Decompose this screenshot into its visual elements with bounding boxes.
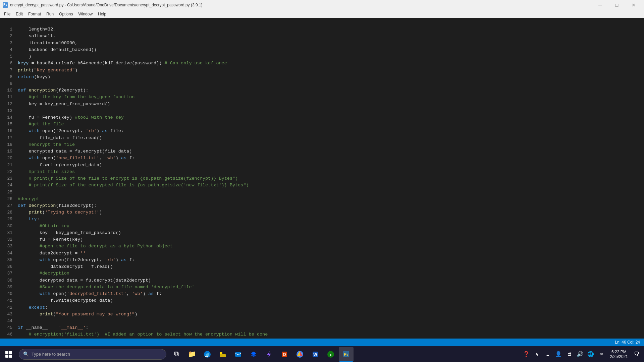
- code-line: 1 length=32,: [3, 26, 644, 33]
- clock[interactable]: 6:22 PM 2/25/2021: [607, 347, 631, 362]
- line-code: key = key_gene_from_password(): [18, 101, 644, 108]
- line-number: 32: [3, 236, 18, 243]
- code-line: 37 #decryption: [3, 270, 644, 277]
- green-app-button[interactable]: ●: [323, 347, 338, 362]
- explorer-button[interactable]: [215, 347, 230, 362]
- line-code: [18, 189, 644, 196]
- line-code: #get the key from the key_gene function: [18, 94, 644, 101]
- dropbox-button[interactable]: [246, 347, 261, 362]
- code-line: 5 ): [3, 53, 644, 60]
- minimize-button[interactable]: ─: [592, 0, 608, 10]
- line-code: # print(f"Size of the encrypted file is …: [18, 182, 644, 189]
- network-icon[interactable]: 🌐: [586, 347, 595, 362]
- chrome-button[interactable]: [292, 347, 307, 362]
- line-code: #get the file: [18, 121, 644, 128]
- code-line: 40 with open('decrypted_file11.txt', 'wb…: [3, 291, 644, 297]
- cloud-icon[interactable]: ☁: [543, 347, 552, 362]
- line-code: #print file sizes: [18, 169, 644, 175]
- line-number: 19: [3, 148, 18, 155]
- line-number: 1: [3, 26, 18, 33]
- code-line: 19 encrypted_data = fu.encrypt(file_data…: [3, 148, 644, 155]
- line-code: return(keyy): [18, 74, 644, 80]
- line-code: fu = Fernet(key) #tool with the key: [18, 114, 644, 121]
- notification-icon[interactable]: 🗨: [632, 347, 641, 362]
- line-code: # encryption('file11.txt') #I added an o…: [18, 331, 644, 338]
- line-number: 29: [3, 216, 18, 223]
- code-line: 41 f.write(decrypted_data): [3, 297, 644, 304]
- office-button[interactable]: O: [277, 347, 292, 362]
- line-code: if __name__ == '__main__':: [18, 324, 644, 331]
- chevron-up-tray[interactable]: ∧: [532, 347, 542, 362]
- title-controls: ─ □ ✕: [592, 0, 641, 10]
- code-line: 16 with open(f2encrypt, 'rb') as file:: [3, 128, 644, 134]
- python-taskbar-button[interactable]: Py: [339, 347, 354, 362]
- close-button[interactable]: ✕: [626, 0, 641, 10]
- line-code: with open('decrypted_file11.txt', 'wb') …: [18, 291, 644, 297]
- line-code: f.write(decrypted_data): [18, 297, 644, 304]
- svg-text:W: W: [313, 352, 317, 357]
- file-explorer-button[interactable]: 📁: [184, 347, 199, 362]
- code-line: 13: [3, 108, 644, 114]
- line-code: file_data = file.read(): [18, 135, 644, 141]
- svg-rect-3: [235, 352, 241, 357]
- word-button[interactable]: W: [308, 347, 323, 362]
- menu-item-run[interactable]: Run: [44, 10, 56, 18]
- menu-item-format[interactable]: Format: [25, 10, 44, 18]
- menu-item-window[interactable]: Window: [75, 10, 95, 18]
- line-number: 43: [3, 311, 18, 318]
- mail-button[interactable]: [231, 347, 246, 362]
- code-line: 15 #get the file: [3, 121, 644, 128]
- code-line: 30 #Obtain key: [3, 223, 644, 230]
- line-number: 37: [3, 270, 18, 277]
- search-bar[interactable]: 🔍 Type here to search: [19, 349, 166, 360]
- line-number: 42: [3, 304, 18, 311]
- menu-item-edit[interactable]: Edit: [13, 10, 25, 18]
- volume-icon[interactable]: 🔊: [575, 347, 585, 362]
- line-code: backend=default_backend(): [18, 47, 644, 53]
- person-icon[interactable]: 👤: [554, 347, 563, 362]
- line-code: data2decrypt = f.read(): [18, 263, 644, 270]
- bolt-button[interactable]: [262, 347, 276, 362]
- line-code: #decrypt: [18, 196, 644, 202]
- code-line: 31 key = key_gene_from_password(): [3, 230, 644, 236]
- line-code: print('Trying to decrypt!'): [18, 209, 644, 216]
- line-code: encrypted_data = fu.encrypt(file_data): [18, 148, 644, 155]
- help-tray-icon[interactable]: ❓: [522, 347, 531, 362]
- code-editor[interactable]: 1 length=32,2 salt=salt,3 iterations=100…: [0, 18, 644, 339]
- line-number: 26: [3, 196, 18, 202]
- code-content: 1 length=32,2 salt=salt,3 iterations=100…: [0, 19, 644, 339]
- code-line: 25: [3, 189, 644, 196]
- task-view-button[interactable]: ⧉: [169, 347, 184, 362]
- code-line: 28 print('Trying to decrypt!'): [3, 209, 644, 216]
- line-code: data2decrypt = '': [18, 250, 644, 257]
- menu-item-file[interactable]: File: [1, 10, 13, 18]
- line-code: decrypted_data = fu.decrypt(data2decrypt…: [18, 277, 644, 284]
- maximize-button[interactable]: □: [609, 0, 625, 10]
- line-code: print("Key generated"): [18, 67, 644, 74]
- line-code: [18, 19, 644, 26]
- code-line: 45if __name__ == '__main__':: [3, 324, 644, 331]
- start-button[interactable]: [0, 346, 17, 362]
- line-number: 21: [3, 162, 18, 169]
- line-number: 4: [3, 47, 18, 53]
- code-line: 23 # print(f"Size of the file to encrypt…: [3, 175, 644, 182]
- menu-item-options[interactable]: Options: [56, 10, 75, 18]
- python-icon: Py: [3, 2, 8, 8]
- code-line: 3 iterations=100000,: [3, 40, 644, 47]
- line-number: 30: [3, 223, 18, 230]
- svg-marker-5: [251, 354, 256, 357]
- line-number: 34: [3, 250, 18, 257]
- menu-item-help[interactable]: Help: [95, 10, 109, 18]
- code-line: 44: [3, 318, 644, 324]
- line-code: try:: [18, 216, 644, 223]
- line-number: 47: [3, 338, 18, 339]
- code-line: 35 with open(file2decrypt, 'rb') as f:: [3, 257, 644, 263]
- line-code: [18, 108, 644, 114]
- keyboard-icon[interactable]: ⌨: [597, 347, 606, 362]
- code-line: 14 fu = Fernet(key) #tool with the key: [3, 114, 644, 121]
- code-line: 8return(keyy): [3, 74, 644, 80]
- display-icon[interactable]: 🖥: [565, 347, 574, 362]
- edge-button[interactable]: [200, 347, 215, 362]
- code-line: 10def encryption(f2encrypt):: [3, 87, 644, 94]
- clock-date: 2/25/2021: [610, 354, 628, 359]
